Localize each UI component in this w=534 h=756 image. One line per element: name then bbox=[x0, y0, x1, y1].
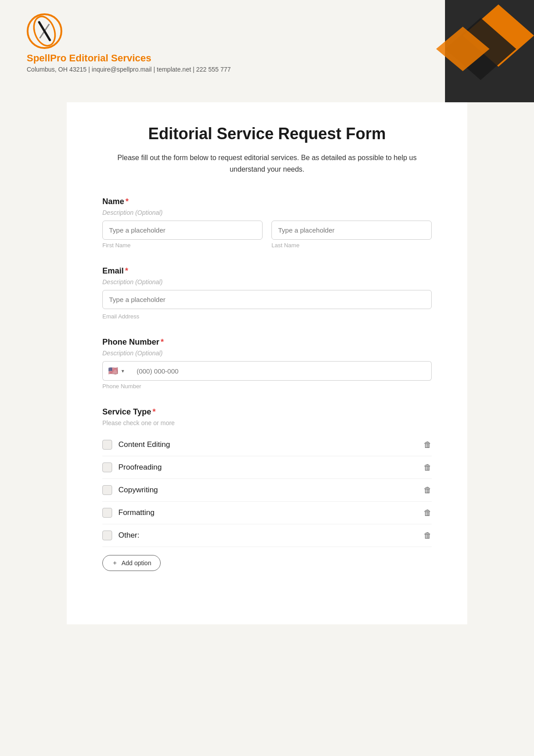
phone-section: Phone Number* Description (Optional) 🇺🇸 … bbox=[102, 338, 432, 390]
country-selector[interactable]: 🇺🇸 ▼ bbox=[102, 361, 130, 381]
checkbox-left-copywriting: Copywriting bbox=[102, 485, 158, 495]
checkbox-label-formatting: Formatting bbox=[118, 508, 154, 517]
checkbox-left-formatting: Formatting bbox=[102, 508, 154, 518]
checkbox-left-proofreading: Proofreading bbox=[102, 462, 162, 472]
main-content: Editorial Service Request Form Please fi… bbox=[67, 102, 467, 624]
checkbox-copywriting[interactable] bbox=[102, 485, 112, 495]
phone-input[interactable] bbox=[130, 361, 432, 381]
logo-icon bbox=[27, 13, 62, 49]
form-description: Please fill out the form below to reques… bbox=[116, 152, 418, 175]
service-type-label: Service Type* bbox=[102, 407, 432, 417]
service-type-section: Service Type* Please check one or more C… bbox=[102, 407, 432, 571]
last-name-input[interactable] bbox=[271, 221, 432, 240]
header: SpellPro Editorial Services Columbus, OH… bbox=[0, 0, 534, 102]
list-item: Copywriting 🗑 bbox=[102, 479, 432, 502]
email-label: Email* bbox=[102, 266, 432, 276]
delete-other-icon[interactable]: 🗑 bbox=[424, 531, 432, 540]
checkbox-left-content-editing: Content Editing bbox=[102, 440, 170, 450]
plus-icon: ＋ bbox=[112, 559, 118, 567]
first-name-col: First Name bbox=[102, 221, 263, 249]
email-section: Email* Description (Optional) Email Addr… bbox=[102, 266, 432, 320]
email-description: Description (Optional) bbox=[102, 278, 432, 286]
checkbox-label-content-editing: Content Editing bbox=[118, 440, 170, 449]
checkbox-label-proofreading: Proofreading bbox=[118, 463, 162, 472]
checkbox-left-other: Other: bbox=[102, 531, 139, 540]
flag-icon: 🇺🇸 bbox=[108, 366, 118, 376]
checkbox-other[interactable] bbox=[102, 531, 112, 540]
phone-sub-label: Phone Number bbox=[102, 383, 432, 390]
list-item: Content Editing 🗑 bbox=[102, 434, 432, 456]
delete-content-editing-icon[interactable]: 🗑 bbox=[424, 440, 432, 450]
brand-contact: Columbus, OH 43215 | inquire@spellpro.ma… bbox=[27, 66, 231, 73]
email-input[interactable] bbox=[102, 290, 432, 309]
checkbox-label-copywriting: Copywriting bbox=[118, 486, 158, 495]
phone-required-star: * bbox=[161, 338, 164, 346]
name-required-star: * bbox=[125, 197, 129, 206]
email-required-star: * bbox=[125, 266, 128, 275]
phone-row: 🇺🇸 ▼ bbox=[102, 361, 432, 381]
checkbox-content-editing[interactable] bbox=[102, 440, 112, 450]
name-section: Name* Description (Optional) First Name … bbox=[102, 197, 432, 249]
checkbox-proofreading[interactable] bbox=[102, 462, 112, 472]
phone-label: Phone Number* bbox=[102, 338, 432, 347]
first-name-input[interactable] bbox=[102, 221, 263, 240]
delete-copywriting-icon[interactable]: 🗑 bbox=[424, 486, 432, 495]
service-note: Please check one or more bbox=[102, 419, 432, 426]
form-title: Editorial Service Request Form bbox=[102, 125, 432, 143]
checkbox-label-other: Other: bbox=[118, 531, 139, 540]
add-option-button[interactable]: ＋ Add option bbox=[102, 555, 161, 571]
list-item: Other: 🗑 bbox=[102, 524, 432, 547]
add-option-label: Add option bbox=[121, 559, 151, 567]
delete-proofreading-icon[interactable]: 🗑 bbox=[424, 463, 432, 472]
list-item: Proofreading 🗑 bbox=[102, 456, 432, 479]
phone-description: Description (Optional) bbox=[102, 350, 432, 357]
checkbox-formatting[interactable] bbox=[102, 508, 112, 518]
country-chevron-icon: ▼ bbox=[121, 369, 125, 374]
list-item: Formatting 🗑 bbox=[102, 502, 432, 524]
first-name-sub-label: First Name bbox=[102, 242, 263, 249]
name-field-row: First Name Last Name bbox=[102, 221, 432, 249]
name-description: Description (Optional) bbox=[102, 209, 432, 216]
name-label: Name* bbox=[102, 197, 432, 206]
delete-formatting-icon[interactable]: 🗑 bbox=[424, 508, 432, 518]
checkbox-list: Content Editing 🗑 Proofreading 🗑 Copywri… bbox=[102, 434, 432, 547]
logo-area: SpellPro Editorial Services Columbus, OH… bbox=[27, 13, 507, 73]
service-required-star: * bbox=[153, 407, 156, 416]
last-name-sub-label: Last Name bbox=[271, 242, 432, 249]
brand-name: SpellPro Editorial Services bbox=[27, 52, 151, 64]
email-sub-label: Email Address bbox=[102, 313, 432, 320]
last-name-col: Last Name bbox=[271, 221, 432, 249]
